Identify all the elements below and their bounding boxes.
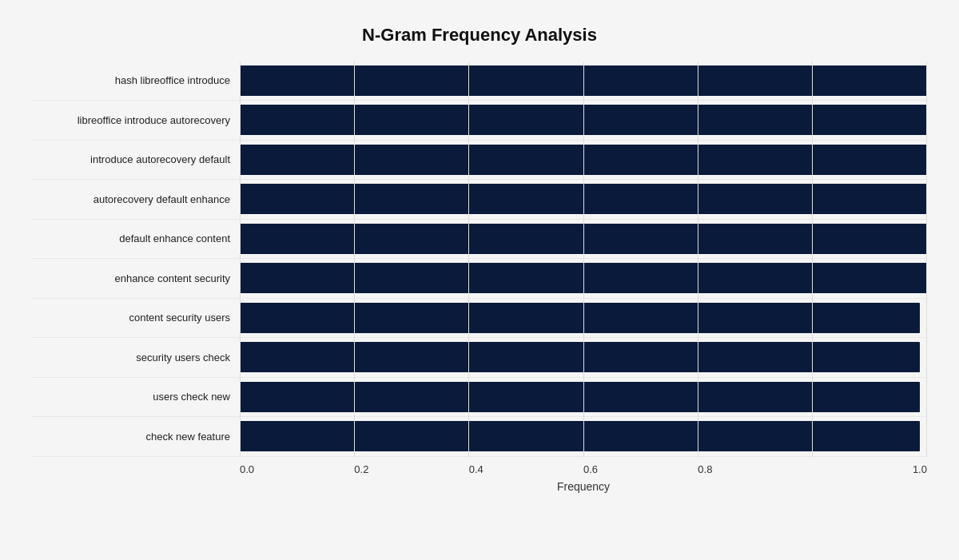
x-axis: 0.00.20.40.60.81.0 — [32, 463, 927, 475]
bar-label: enhance content security — [32, 272, 240, 284]
chart-container: N-Gram Frequency Analysis hash libreoffi… — [16, 9, 943, 552]
bar-label: autorecovery default enhance — [32, 193, 240, 205]
bar-track — [240, 340, 927, 375]
bar-fill — [240, 382, 920, 412]
bar-fill — [240, 66, 927, 96]
bar-track — [240, 142, 927, 177]
bar-row: enhance content security — [32, 259, 927, 299]
bar-row: default enhance content — [32, 220, 927, 260]
bar-label: hash libreoffice introduce — [32, 74, 240, 86]
bar-fill — [240, 224, 927, 254]
bar-track — [240, 181, 927, 216]
bar-fill — [240, 105, 927, 135]
bar-track — [240, 300, 927, 336]
bar-label: check new feature — [32, 431, 240, 443]
bar-track — [240, 419, 927, 454]
bar-row: security users check — [32, 338, 927, 378]
bar-row: introduce autorecovery default — [32, 141, 927, 181]
bar-row: content security users — [32, 299, 927, 339]
chart-title: N-Gram Frequency Analysis — [32, 25, 927, 46]
bar-fill — [240, 421, 920, 451]
bar-label: content security users — [32, 312, 240, 324]
bar-track — [240, 102, 927, 137]
bars-section: hash libreoffice introducelibreoffice in… — [32, 62, 927, 457]
bar-row: users check new — [32, 378, 927, 418]
bar-label: introduce autorecovery default — [32, 153, 240, 165]
bar-fill — [240, 342, 920, 372]
bar-track — [240, 379, 927, 415]
bar-label: default enhance content — [32, 232, 240, 244]
x-axis-label: Frequency — [32, 480, 927, 493]
bar-label: users check new — [32, 391, 240, 403]
bar-track — [240, 63, 927, 98]
bar-row: check new feature — [32, 417, 927, 457]
bar-fill — [240, 303, 920, 333]
x-tick: 0.4 — [469, 463, 583, 475]
x-tick: 0.6 — [583, 463, 698, 475]
x-tick: 0.2 — [354, 463, 468, 475]
bar-row: libreoffice introduce autorecovery — [32, 101, 927, 141]
bar-row: autorecovery default enhance — [32, 180, 927, 220]
bar-fill — [240, 263, 927, 293]
x-tick: 0.0 — [240, 463, 354, 475]
chart-area: hash libreoffice introducelibreoffice in… — [32, 62, 927, 493]
bar-track — [240, 260, 927, 296]
bar-fill — [240, 184, 927, 214]
x-tick: 0.8 — [698, 463, 812, 475]
bar-track — [240, 221, 927, 256]
bar-fill — [240, 145, 927, 175]
bar-label: security users check — [32, 351, 240, 363]
bar-label: libreoffice introduce autorecovery — [32, 114, 240, 126]
x-tick: 1.0 — [813, 463, 927, 475]
bar-row: hash libreoffice introduce — [32, 62, 927, 101]
